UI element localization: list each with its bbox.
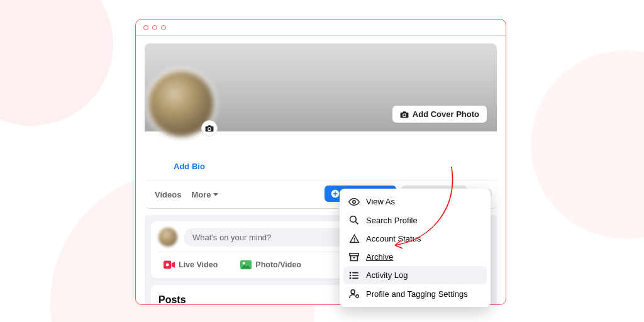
photo-video-button[interactable]: Photo/Video <box>235 257 306 272</box>
traffic-light-minimize-icon[interactable] <box>152 25 157 30</box>
traffic-light-zoom-icon[interactable] <box>161 25 166 30</box>
traffic-light-close-icon[interactable] <box>143 25 148 30</box>
profile-avatar-wrap <box>146 69 216 139</box>
dropdown-account-status[interactable]: Account Status <box>343 230 487 248</box>
svg-point-18 <box>350 272 352 274</box>
tab-more-label: More <box>191 190 211 199</box>
add-bio-link[interactable]: Add Bio <box>145 157 497 180</box>
dropdown-view-as-label: View As <box>366 197 395 206</box>
live-video-button[interactable]: Live Video <box>158 257 223 272</box>
svg-point-19 <box>350 274 352 276</box>
posts-title: Posts <box>158 294 186 304</box>
add-cover-label: Add Cover Photo <box>413 109 479 119</box>
svg-point-21 <box>351 290 355 294</box>
dropdown-profile-tagging-label: Profile and Tagging Settings <box>366 289 468 299</box>
caret-down-icon <box>213 193 218 196</box>
dropdown-profile-tagging[interactable]: Profile and Tagging Settings <box>343 284 487 303</box>
plus-circle-icon <box>331 189 340 198</box>
change-avatar-button[interactable] <box>201 120 218 136</box>
eye-icon <box>348 198 360 206</box>
dropdown-account-status-label: Account Status <box>366 234 421 243</box>
add-cover-photo-button[interactable]: Add Cover Photo <box>392 106 487 123</box>
window-titlebar <box>136 19 506 36</box>
list-bullets-icon <box>348 272 360 279</box>
person-gear-icon <box>348 289 360 299</box>
live-video-label: Live Video <box>179 260 218 269</box>
svg-point-7 <box>243 262 245 265</box>
dropdown-search-profile-label: Search Profile <box>366 216 418 225</box>
dropdown-archive[interactable]: Archive <box>343 248 487 266</box>
svg-point-20 <box>350 277 352 279</box>
svg-rect-17 <box>350 253 358 255</box>
camera-icon <box>400 111 409 118</box>
tab-videos[interactable]: Videos <box>155 190 181 199</box>
camera-icon <box>205 125 214 132</box>
dropdown-activity-log[interactable]: Activity Log <box>343 266 487 284</box>
svg-point-15 <box>350 216 357 223</box>
svg-point-16 <box>353 240 355 242</box>
svg-point-5 <box>166 264 169 267</box>
dropdown-archive-label: Archive <box>366 252 393 262</box>
photo-video-label: Photo/Video <box>255 260 301 269</box>
svg-point-14 <box>353 200 356 203</box>
composer-avatar[interactable] <box>158 228 177 247</box>
magnifier-icon <box>348 215 360 225</box>
tab-more[interactable]: More <box>191 190 218 199</box>
video-camera-icon <box>164 260 175 269</box>
dropdown-activity-log-label: Activity Log <box>366 270 408 280</box>
dropdown-view-as[interactable]: View As <box>343 192 487 211</box>
dropdown-search-profile[interactable]: Search Profile <box>343 211 487 230</box>
more-options-dropdown: View As Search Profile Account Status Ar… <box>340 189 491 307</box>
tabs-left: Videos More <box>150 184 223 199</box>
photo-icon <box>240 260 252 270</box>
warning-triangle-icon <box>348 234 360 243</box>
archive-box-icon <box>348 253 360 262</box>
